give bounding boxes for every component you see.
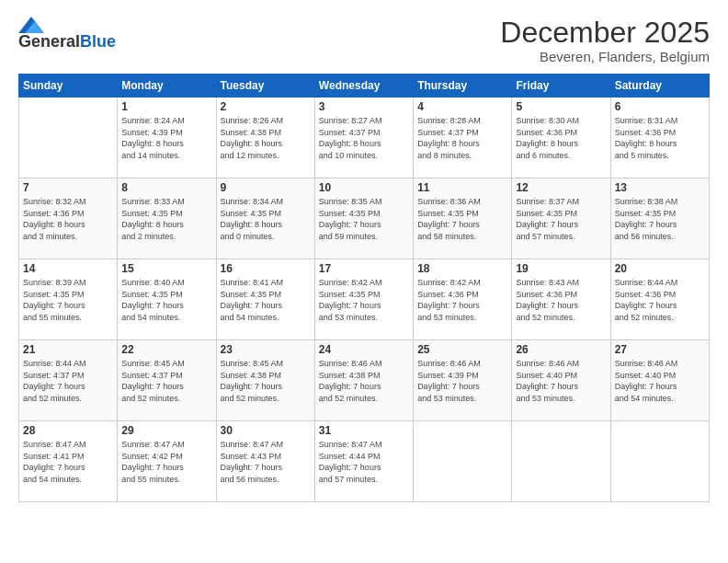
- day-number: 25: [417, 343, 507, 356]
- day-number: 20: [615, 262, 705, 275]
- day-number: 31: [319, 424, 409, 437]
- day-info: Sunrise: 8:43 AM Sunset: 4:36 PM Dayligh…: [516, 277, 606, 323]
- calendar-cell: 15Sunrise: 8:40 AM Sunset: 4:35 PM Dayli…: [118, 259, 216, 340]
- calendar-cell: 14Sunrise: 8:39 AM Sunset: 4:35 PM Dayli…: [19, 259, 118, 340]
- calendar-cell: 16Sunrise: 8:41 AM Sunset: 4:35 PM Dayli…: [216, 259, 314, 340]
- calendar-week-5: 28Sunrise: 8:47 AM Sunset: 4:41 PM Dayli…: [19, 421, 710, 502]
- calendar-cell: 21Sunrise: 8:44 AM Sunset: 4:37 PM Dayli…: [19, 340, 118, 421]
- weekday-thursday: Thursday: [414, 75, 512, 98]
- day-number: 10: [319, 181, 409, 194]
- calendar-cell: 23Sunrise: 8:45 AM Sunset: 4:38 PM Dayli…: [216, 340, 314, 421]
- day-number: 18: [417, 262, 507, 275]
- calendar-cell: [414, 421, 512, 502]
- day-info: Sunrise: 8:45 AM Sunset: 4:37 PM Dayligh…: [121, 358, 211, 404]
- day-number: 21: [23, 343, 113, 356]
- day-number: 15: [121, 262, 211, 275]
- day-info: Sunrise: 8:42 AM Sunset: 4:35 PM Dayligh…: [319, 277, 409, 323]
- calendar-cell: 1Sunrise: 8:24 AM Sunset: 4:39 PM Daylig…: [118, 98, 216, 178]
- day-number: 12: [516, 181, 606, 194]
- day-number: 17: [319, 262, 409, 275]
- day-number: 7: [23, 181, 113, 194]
- weekday-header-row: SundayMondayTuesdayWednesdayThursdayFrid…: [19, 75, 710, 98]
- calendar-title: December 2025: [500, 17, 710, 49]
- day-info: Sunrise: 8:37 AM Sunset: 4:35 PM Dayligh…: [516, 196, 606, 242]
- day-number: 3: [319, 100, 409, 113]
- day-number: 5: [516, 100, 606, 113]
- day-info: Sunrise: 8:27 AM Sunset: 4:37 PM Dayligh…: [319, 115, 409, 161]
- day-info: Sunrise: 8:33 AM Sunset: 4:35 PM Dayligh…: [121, 196, 211, 242]
- calendar-subtitle: Beveren, Flanders, Belgium: [500, 49, 710, 64]
- day-number: 4: [417, 100, 507, 113]
- day-number: 29: [121, 424, 211, 437]
- day-number: 8: [121, 181, 211, 194]
- logo-blue: Blue: [80, 32, 116, 51]
- calendar-cell: 13Sunrise: 8:38 AM Sunset: 4:35 PM Dayli…: [610, 178, 709, 259]
- day-info: Sunrise: 8:47 AM Sunset: 4:44 PM Dayligh…: [319, 439, 409, 485]
- calendar-cell: 18Sunrise: 8:42 AM Sunset: 4:36 PM Dayli…: [414, 259, 512, 340]
- day-number: 14: [23, 262, 113, 275]
- calendar-cell: 25Sunrise: 8:46 AM Sunset: 4:39 PM Dayli…: [414, 340, 512, 421]
- day-info: Sunrise: 8:36 AM Sunset: 4:35 PM Dayligh…: [417, 196, 507, 242]
- day-info: Sunrise: 8:28 AM Sunset: 4:37 PM Dayligh…: [417, 115, 507, 161]
- day-info: Sunrise: 8:38 AM Sunset: 4:35 PM Dayligh…: [615, 196, 705, 242]
- logo-general: General: [18, 32, 80, 51]
- weekday-sunday: Sunday: [19, 75, 118, 98]
- calendar-cell: 12Sunrise: 8:37 AM Sunset: 4:35 PM Dayli…: [512, 178, 610, 259]
- calendar-cell: 10Sunrise: 8:35 AM Sunset: 4:35 PM Dayli…: [314, 178, 413, 259]
- day-number: 24: [319, 343, 409, 356]
- calendar-week-1: 1Sunrise: 8:24 AM Sunset: 4:39 PM Daylig…: [19, 98, 710, 178]
- calendar-cell: 26Sunrise: 8:46 AM Sunset: 4:40 PM Dayli…: [512, 340, 610, 421]
- day-info: Sunrise: 8:47 AM Sunset: 4:43 PM Dayligh…: [221, 439, 311, 485]
- day-info: Sunrise: 8:26 AM Sunset: 4:38 PM Dayligh…: [221, 115, 311, 161]
- calendar-table: SundayMondayTuesdayWednesdayThursdayFrid…: [18, 74, 710, 502]
- weekday-tuesday: Tuesday: [216, 75, 314, 98]
- weekday-friday: Friday: [512, 75, 610, 98]
- day-info: Sunrise: 8:44 AM Sunset: 4:37 PM Dayligh…: [23, 358, 113, 404]
- calendar-cell: 8Sunrise: 8:33 AM Sunset: 4:35 PM Daylig…: [118, 178, 216, 259]
- day-info: Sunrise: 8:24 AM Sunset: 4:39 PM Dayligh…: [121, 115, 211, 161]
- calendar-cell: 22Sunrise: 8:45 AM Sunset: 4:37 PM Dayli…: [118, 340, 216, 421]
- day-info: Sunrise: 8:32 AM Sunset: 4:36 PM Dayligh…: [23, 196, 113, 242]
- calendar-cell: 27Sunrise: 8:46 AM Sunset: 4:40 PM Dayli…: [610, 340, 709, 421]
- day-number: 1: [121, 100, 211, 113]
- calendar-cell: 28Sunrise: 8:47 AM Sunset: 4:41 PM Dayli…: [19, 421, 118, 502]
- calendar-cell: 29Sunrise: 8:47 AM Sunset: 4:42 PM Dayli…: [118, 421, 216, 502]
- logo-icon: [18, 17, 44, 33]
- day-number: 13: [615, 181, 705, 194]
- day-info: Sunrise: 8:46 AM Sunset: 4:40 PM Dayligh…: [615, 358, 705, 404]
- day-info: Sunrise: 8:47 AM Sunset: 4:41 PM Dayligh…: [23, 439, 113, 485]
- day-number: 2: [221, 100, 311, 113]
- calendar-week-3: 14Sunrise: 8:39 AM Sunset: 4:35 PM Dayli…: [19, 259, 710, 340]
- day-info: Sunrise: 8:39 AM Sunset: 4:35 PM Dayligh…: [23, 277, 113, 323]
- day-info: Sunrise: 8:46 AM Sunset: 4:39 PM Dayligh…: [417, 358, 507, 404]
- day-info: Sunrise: 8:40 AM Sunset: 4:35 PM Dayligh…: [121, 277, 211, 323]
- day-number: 6: [615, 100, 705, 113]
- calendar-cell: 17Sunrise: 8:42 AM Sunset: 4:35 PM Dayli…: [314, 259, 413, 340]
- calendar-week-4: 21Sunrise: 8:44 AM Sunset: 4:37 PM Dayli…: [19, 340, 710, 421]
- calendar-cell: 3Sunrise: 8:27 AM Sunset: 4:37 PM Daylig…: [314, 98, 413, 178]
- day-info: Sunrise: 8:41 AM Sunset: 4:35 PM Dayligh…: [221, 277, 311, 323]
- day-number: 22: [121, 343, 211, 356]
- calendar-cell: 9Sunrise: 8:34 AM Sunset: 4:35 PM Daylig…: [216, 178, 314, 259]
- header: GeneralBlue December 2025 Beveren, Fland…: [18, 17, 710, 64]
- logo: GeneralBlue: [18, 17, 116, 52]
- day-number: 16: [221, 262, 311, 275]
- weekday-monday: Monday: [118, 75, 216, 98]
- day-number: 30: [221, 424, 311, 437]
- day-info: Sunrise: 8:46 AM Sunset: 4:38 PM Dayligh…: [319, 358, 409, 404]
- calendar-cell: 24Sunrise: 8:46 AM Sunset: 4:38 PM Dayli…: [314, 340, 413, 421]
- day-info: Sunrise: 8:45 AM Sunset: 4:38 PM Dayligh…: [221, 358, 311, 404]
- day-number: 19: [516, 262, 606, 275]
- day-info: Sunrise: 8:42 AM Sunset: 4:36 PM Dayligh…: [417, 277, 507, 323]
- calendar-cell: 11Sunrise: 8:36 AM Sunset: 4:35 PM Dayli…: [414, 178, 512, 259]
- calendar-cell: 5Sunrise: 8:30 AM Sunset: 4:36 PM Daylig…: [512, 98, 610, 178]
- calendar-cell: 7Sunrise: 8:32 AM Sunset: 4:36 PM Daylig…: [19, 178, 118, 259]
- day-info: Sunrise: 8:47 AM Sunset: 4:42 PM Dayligh…: [121, 439, 211, 485]
- calendar-cell: 6Sunrise: 8:31 AM Sunset: 4:36 PM Daylig…: [610, 98, 709, 178]
- calendar-week-2: 7Sunrise: 8:32 AM Sunset: 4:36 PM Daylig…: [19, 178, 710, 259]
- day-info: Sunrise: 8:30 AM Sunset: 4:36 PM Dayligh…: [516, 115, 606, 161]
- page: GeneralBlue December 2025 Beveren, Fland…: [0, 0, 728, 563]
- day-number: 27: [615, 343, 705, 356]
- weekday-saturday: Saturday: [610, 75, 709, 98]
- calendar-cell: [512, 421, 610, 502]
